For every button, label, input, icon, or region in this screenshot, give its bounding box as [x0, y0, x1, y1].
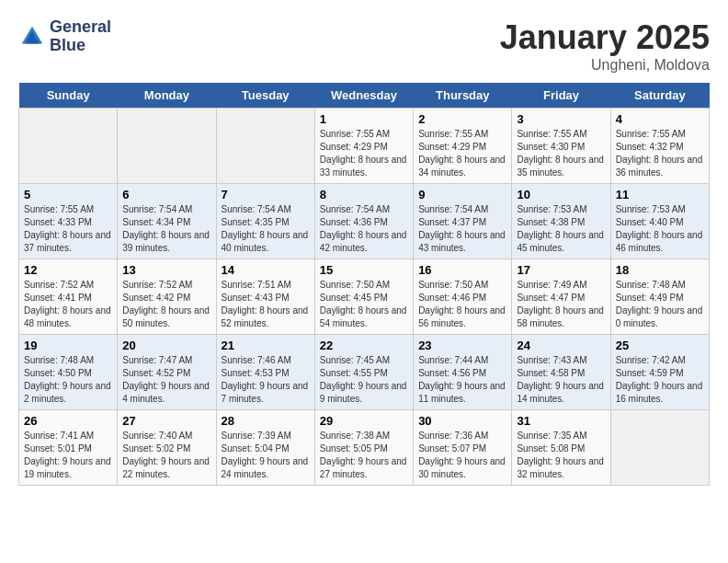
day-number: 21: [222, 339, 310, 352]
weekday-header-wednesday: Wednesday: [314, 83, 413, 109]
day-number: 23: [418, 339, 506, 352]
day-info: Sunrise: 7:55 AMSunset: 4:32 PMDaylight:…: [616, 128, 704, 179]
day-info: Sunrise: 7:45 AMSunset: 4:55 PMDaylight:…: [320, 354, 408, 406]
calendar-cell: [216, 109, 314, 184]
day-info: Sunrise: 7:48 AMSunset: 4:49 PMDaylight:…: [616, 279, 704, 330]
page-header: General Blue January 2025 Ungheni, Moldo…: [18, 18, 710, 74]
calendar-cell: 18Sunrise: 7:48 AMSunset: 4:49 PMDayligh…: [610, 259, 709, 335]
day-number: 13: [122, 263, 210, 277]
weekday-header-monday: Monday: [118, 83, 216, 109]
day-number: 19: [24, 339, 112, 352]
day-info: Sunrise: 7:50 AMSunset: 4:45 PMDaylight:…: [320, 279, 408, 330]
title-block: January 2025 Ungheni, Moldova: [500, 18, 710, 74]
day-info: Sunrise: 7:47 AMSunset: 4:52 PMDaylight:…: [122, 354, 210, 406]
day-info: Sunrise: 7:55 AMSunset: 4:33 PMDaylight:…: [24, 203, 112, 255]
calendar-cell: [610, 410, 709, 486]
day-info: Sunrise: 7:38 AMSunset: 5:05 PMDaylight:…: [320, 430, 408, 481]
day-info: Sunrise: 7:48 AMSunset: 4:50 PMDaylight:…: [24, 354, 112, 406]
day-number: 2: [418, 112, 506, 126]
calendar-cell: 4Sunrise: 7:55 AMSunset: 4:32 PMDaylight…: [610, 109, 709, 184]
day-number: 16: [418, 263, 506, 277]
calendar-cell: 29Sunrise: 7:38 AMSunset: 5:05 PMDayligh…: [314, 410, 413, 486]
day-info: Sunrise: 7:43 AMSunset: 4:58 PMDaylight:…: [517, 354, 605, 406]
calendar-cell: [118, 109, 216, 184]
day-number: 7: [222, 188, 310, 201]
calendar-cell: 14Sunrise: 7:51 AMSunset: 4:43 PMDayligh…: [216, 259, 314, 335]
main-title: January 2025: [500, 18, 710, 57]
day-number: 22: [320, 339, 408, 352]
calendar-cell: 3Sunrise: 7:55 AMSunset: 4:30 PMDaylight…: [512, 109, 610, 184]
day-number: 17: [517, 263, 605, 277]
calendar-cell: 1Sunrise: 7:55 AMSunset: 4:29 PMDaylight…: [314, 109, 413, 184]
day-info: Sunrise: 7:55 AMSunset: 4:29 PMDaylight:…: [418, 128, 506, 179]
day-info: Sunrise: 7:36 AMSunset: 5:07 PMDaylight:…: [418, 430, 506, 481]
day-number: 6: [122, 188, 210, 201]
day-info: Sunrise: 7:35 AMSunset: 5:08 PMDaylight:…: [517, 430, 605, 481]
calendar-cell: 9Sunrise: 7:54 AMSunset: 4:37 PMDaylight…: [414, 184, 512, 259]
day-number: 26: [24, 414, 112, 428]
calendar-cell: 2Sunrise: 7:55 AMSunset: 4:29 PMDaylight…: [414, 109, 512, 184]
calendar-cell: 17Sunrise: 7:49 AMSunset: 4:47 PMDayligh…: [512, 259, 610, 335]
calendar-cell: 7Sunrise: 7:54 AMSunset: 4:35 PMDaylight…: [216, 184, 314, 259]
day-info: Sunrise: 7:54 AMSunset: 4:35 PMDaylight:…: [222, 203, 310, 255]
calendar-cell: [19, 109, 118, 184]
calendar-cell: 16Sunrise: 7:50 AMSunset: 4:46 PMDayligh…: [414, 259, 512, 335]
day-info: Sunrise: 7:52 AMSunset: 4:42 PMDaylight:…: [122, 279, 210, 330]
calendar-table: SundayMondayTuesdayWednesdayThursdayFrid…: [18, 83, 710, 486]
day-number: 14: [222, 263, 310, 277]
day-number: 10: [517, 188, 605, 201]
day-number: 8: [320, 188, 408, 201]
day-info: Sunrise: 7:39 AMSunset: 5:04 PMDaylight:…: [222, 430, 310, 481]
calendar-cell: 21Sunrise: 7:46 AMSunset: 4:53 PMDayligh…: [216, 335, 314, 410]
day-number: 5: [24, 188, 112, 201]
day-number: 12: [24, 263, 112, 277]
calendar-cell: 22Sunrise: 7:45 AMSunset: 4:55 PMDayligh…: [314, 335, 413, 410]
day-info: Sunrise: 7:53 AMSunset: 4:38 PMDaylight:…: [517, 203, 605, 255]
day-info: Sunrise: 7:53 AMSunset: 4:40 PMDaylight:…: [616, 203, 704, 255]
calendar-cell: 31Sunrise: 7:35 AMSunset: 5:08 PMDayligh…: [512, 410, 610, 486]
calendar-cell: 8Sunrise: 7:54 AMSunset: 4:36 PMDaylight…: [314, 184, 413, 259]
day-info: Sunrise: 7:55 AMSunset: 4:29 PMDaylight:…: [320, 128, 408, 179]
day-number: 9: [418, 188, 506, 201]
day-info: Sunrise: 7:42 AMSunset: 4:59 PMDaylight:…: [616, 354, 704, 406]
day-number: 28: [222, 414, 310, 428]
calendar-cell: 13Sunrise: 7:52 AMSunset: 4:42 PMDayligh…: [118, 259, 216, 335]
day-info: Sunrise: 7:54 AMSunset: 4:37 PMDaylight:…: [418, 203, 506, 255]
logo: General Blue: [18, 18, 111, 55]
calendar-cell: 20Sunrise: 7:47 AMSunset: 4:52 PMDayligh…: [118, 335, 216, 410]
calendar-cell: 11Sunrise: 7:53 AMSunset: 4:40 PMDayligh…: [610, 184, 709, 259]
calendar-cell: 27Sunrise: 7:40 AMSunset: 5:02 PMDayligh…: [118, 410, 216, 486]
day-number: 3: [517, 112, 605, 126]
calendar-cell: 19Sunrise: 7:48 AMSunset: 4:50 PMDayligh…: [19, 335, 118, 410]
calendar-cell: 5Sunrise: 7:55 AMSunset: 4:33 PMDaylight…: [19, 184, 118, 259]
day-number: 27: [122, 414, 210, 428]
calendar-cell: 30Sunrise: 7:36 AMSunset: 5:07 PMDayligh…: [414, 410, 512, 486]
subtitle: Ungheni, Moldova: [500, 57, 710, 74]
day-info: Sunrise: 7:55 AMSunset: 4:30 PMDaylight:…: [517, 128, 605, 179]
day-number: 15: [320, 263, 408, 277]
day-number: 29: [320, 414, 408, 428]
calendar-cell: 6Sunrise: 7:54 AMSunset: 4:34 PMDaylight…: [118, 184, 216, 259]
logo-icon: [18, 23, 46, 51]
day-info: Sunrise: 7:51 AMSunset: 4:43 PMDaylight:…: [222, 279, 310, 330]
calendar-cell: 12Sunrise: 7:52 AMSunset: 4:41 PMDayligh…: [19, 259, 118, 335]
day-info: Sunrise: 7:54 AMSunset: 4:36 PMDaylight:…: [320, 203, 408, 255]
day-number: 11: [616, 188, 704, 201]
day-number: 18: [616, 263, 704, 277]
day-info: Sunrise: 7:44 AMSunset: 4:56 PMDaylight:…: [418, 354, 506, 406]
weekday-header-tuesday: Tuesday: [216, 83, 314, 109]
weekday-header-friday: Friday: [512, 83, 610, 109]
day-info: Sunrise: 7:41 AMSunset: 5:01 PMDaylight:…: [24, 430, 112, 481]
logo-text: General Blue: [50, 18, 111, 55]
day-number: 25: [616, 339, 704, 352]
day-number: 4: [616, 112, 704, 126]
day-info: Sunrise: 7:54 AMSunset: 4:34 PMDaylight:…: [122, 203, 210, 255]
calendar-cell: 25Sunrise: 7:42 AMSunset: 4:59 PMDayligh…: [610, 335, 709, 410]
calendar-cell: 23Sunrise: 7:44 AMSunset: 4:56 PMDayligh…: [414, 335, 512, 410]
weekday-header-saturday: Saturday: [610, 83, 709, 109]
calendar-cell: 15Sunrise: 7:50 AMSunset: 4:45 PMDayligh…: [314, 259, 413, 335]
weekday-header-sunday: Sunday: [19, 83, 118, 109]
day-number: 30: [418, 414, 506, 428]
day-number: 1: [320, 112, 408, 126]
calendar-cell: 28Sunrise: 7:39 AMSunset: 5:04 PMDayligh…: [216, 410, 314, 486]
